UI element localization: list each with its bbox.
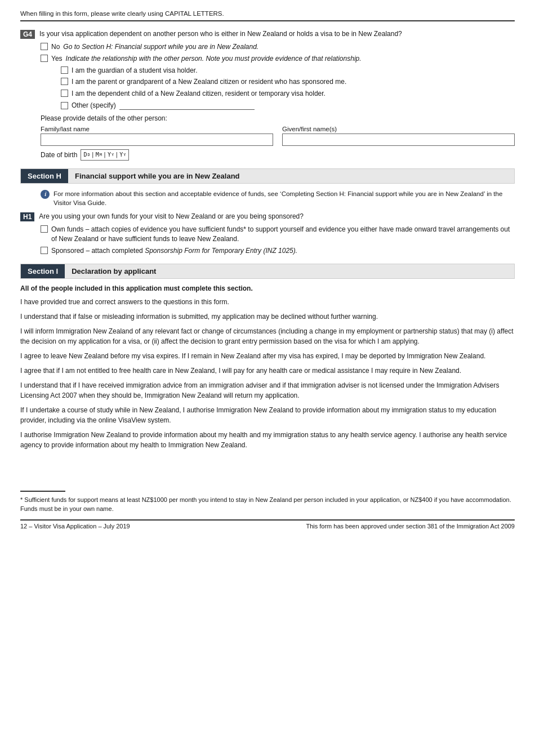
h1-question: Are you using your own funds for your vi… — [39, 212, 304, 221]
g4-other-row: Other (specify) — [61, 101, 515, 110]
section-h-letter: Section H — [21, 169, 68, 183]
footer-right: This form has been approved under sectio… — [306, 523, 515, 530]
h1-own-funds-label: Own funds – attach copies of evidence yo… — [51, 225, 515, 244]
h1-own-funds-checkbox[interactable] — [41, 225, 48, 233]
g4-option2-label: I am the parent or grandparent of a New … — [72, 77, 346, 87]
h1-sponsored-checkbox[interactable] — [41, 247, 48, 254]
g4-dob-input[interactable]: DD | MM | YY | YY — [81, 149, 129, 161]
g4-other-checkbox[interactable] — [61, 102, 68, 109]
section-i-letter: Section I — [21, 264, 65, 278]
section-h-info-text: For more information about this section … — [54, 189, 515, 207]
g4-yes-label: Yes — [51, 54, 63, 64]
g4-no-label: No — [51, 42, 60, 52]
section-h-title: Financial support while you are in New Z… — [68, 169, 247, 183]
declaration-para-7: If I undertake a course of study while i… — [20, 405, 515, 425]
g4-name-row: Family/last name Given/first name(s) — [41, 126, 515, 146]
g4-no-row: No Go to Section H: Financial support wh… — [41, 42, 515, 52]
g4-no-checkbox[interactable] — [41, 43, 48, 50]
g4-dob-label: Date of birth — [41, 151, 77, 159]
g4-yes-row: Yes Indicate the relationship with the o… — [41, 54, 515, 64]
g4-yes-checkbox[interactable] — [41, 55, 48, 62]
section-h-header: Section H Financial support while you ar… — [20, 168, 515, 184]
signature-area — [20, 455, 515, 477]
h1-sponsored-label: Sponsored – attach completed Sponsorship… — [51, 246, 515, 256]
h1-own-funds-row: Own funds – attach copies of evidence yo… — [41, 225, 515, 244]
declaration-para-5: I agree that if I am not entitled to fre… — [20, 366, 515, 376]
declaration-para-1: I have provided true and correct answers… — [20, 297, 515, 307]
g4-option3-checkbox[interactable] — [61, 90, 68, 97]
footnote: * Sufficient funds for support means at … — [20, 495, 515, 514]
g4-family-label: Family/last name — [41, 126, 273, 132]
declaration-para-8: I authorise Immigration New Zealand to p… — [20, 430, 515, 450]
g4-option3-label: I am the dependent child of a New Zealan… — [72, 89, 326, 99]
g4-option3-row: I am the dependent child of a New Zealan… — [61, 89, 515, 99]
g4-details-label: Please provide details of the other pers… — [41, 114, 515, 122]
footnote-divider — [20, 491, 65, 492]
g4-other-input[interactable] — [119, 101, 255, 110]
h1-row: H1 Are you using your own funds for your… — [20, 212, 515, 221]
g4-option1-label: I am the guardian of a student visa hold… — [72, 66, 197, 75]
g4-given-input[interactable] — [282, 134, 515, 146]
g4-option2-row: I am the parent or grandparent of a New … — [61, 77, 515, 87]
section-i-content: All of the people included in this appli… — [20, 284, 515, 450]
section-i-header: Section I Declaration by applicant — [20, 264, 515, 279]
g4-option1-checkbox[interactable] — [61, 66, 68, 74]
declaration-para-6: I understand that if I have received imm… — [20, 380, 515, 401]
g4-other-label: Other (specify) — [72, 101, 116, 109]
g4-family-name-group: Family/last name — [41, 126, 273, 146]
g4-family-input[interactable] — [41, 134, 273, 146]
g4-yes-instruction: Indicate the relationship with the other… — [66, 54, 362, 64]
g4-question: Is your visa application dependent on an… — [39, 29, 402, 39]
section-i-all-must: All of the people included in this appli… — [20, 284, 515, 292]
h1-sponsored-row: Sponsored – attach completed Sponsorship… — [41, 246, 515, 256]
top-note: When filling in this form, please write … — [20, 10, 515, 21]
declaration-para-3: I will inform Immigration New Zealand of… — [20, 326, 515, 346]
g4-given-label: Given/first name(s) — [282, 126, 515, 132]
g4-badge: G4 — [20, 30, 35, 39]
declaration-para-4: I agree to leave New Zealand before my v… — [20, 351, 515, 361]
footer-left: 12 – Visitor Visa Application – July 201… — [20, 523, 130, 530]
info-icon: 𝑖 — [41, 190, 50, 199]
g4-block: G4 Is your visa application dependent on… — [20, 29, 515, 161]
g4-no-instruction: Go to Section H: Financial support while… — [63, 42, 258, 52]
g4-given-name-group: Given/first name(s) — [282, 126, 515, 146]
page-footer: 12 – Visitor Visa Application – July 201… — [20, 519, 515, 530]
page: When filling in this form, please write … — [0, 0, 535, 756]
section-h-info-row: 𝑖 For more information about this sectio… — [41, 189, 515, 207]
declaration-para-2: I understand that if false or misleading… — [20, 312, 515, 322]
section-i-title: Declaration by applicant — [65, 264, 163, 278]
g4-dob-row: Date of birth DD | MM | YY | YY — [41, 149, 515, 161]
g4-option2-checkbox[interactable] — [61, 78, 68, 85]
h1-badge: H1 — [20, 212, 34, 221]
g4-option1-row: I am the guardian of a student visa hold… — [61, 66, 515, 75]
